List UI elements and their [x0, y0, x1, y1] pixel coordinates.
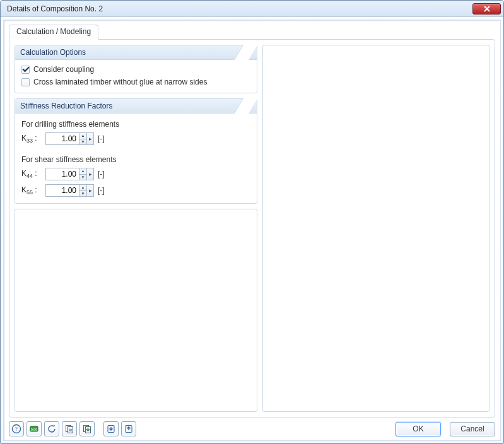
- row-k55: K55 : ▲▼ ▸ [-]: [21, 184, 250, 197]
- arrow-down-icon: ▼: [79, 139, 86, 145]
- cancel-button[interactable]: Cancel: [450, 422, 495, 436]
- arrow-up-icon: ▲: [79, 185, 86, 190]
- checkbox-icon: [21, 66, 30, 74]
- k33-spinner[interactable]: ▲▼ ▸: [45, 132, 94, 145]
- export-icon: [124, 424, 134, 434]
- import-button[interactable]: [103, 421, 119, 436]
- k55-unit: [-]: [98, 186, 109, 195]
- section-label-shear: For shear stiffness elements: [21, 155, 250, 164]
- units-button[interactable]: 0.00: [26, 421, 42, 436]
- load-defaults-button[interactable]: [79, 421, 95, 436]
- left-column: Calculation Options Consider coupling Cr…: [15, 45, 257, 412]
- button-label: Cancel: [460, 424, 484, 433]
- tab-page: Calculation Options Consider coupling Cr…: [9, 39, 495, 418]
- arrow-up-icon: ▲: [79, 168, 86, 174]
- titlebar: Details of Composition No. 2: [1, 1, 503, 17]
- close-icon: [484, 6, 490, 12]
- import-icon: [106, 424, 116, 434]
- group-body: For drilling stiffness elements K33 : ▲▼…: [15, 114, 257, 203]
- spinner-arrows[interactable]: ▲▼: [79, 168, 86, 180]
- load-defaults-icon: [82, 424, 92, 434]
- group-header: Calculation Options: [15, 45, 257, 60]
- arrow-down-icon: ▼: [79, 190, 86, 197]
- right-column: [262, 45, 489, 412]
- dialog-window: Details of Composition No. 2 Calculation…: [0, 0, 504, 444]
- spinner-slider[interactable]: ▸: [86, 168, 93, 180]
- group-header: Stiffness Reduction Factors: [15, 99, 257, 114]
- window-title: Details of Composition No. 2: [7, 4, 472, 13]
- reset-icon: [47, 424, 57, 434]
- k55-input[interactable]: [46, 185, 79, 196]
- group-calculation-options: Calculation Options Consider coupling Cr…: [15, 45, 257, 93]
- k55-label: K55 :: [21, 185, 42, 196]
- bottom-bar: ? 0.00: [9, 418, 495, 436]
- ok-button[interactable]: OK: [396, 422, 441, 436]
- k44-input[interactable]: [46, 168, 79, 180]
- copy-props-icon: [64, 424, 74, 434]
- checkbox-label: Cross laminated timber without glue at n…: [33, 78, 207, 86]
- k33-unit: [-]: [98, 134, 109, 143]
- close-button[interactable]: [472, 3, 501, 15]
- help-button[interactable]: ?: [9, 421, 24, 436]
- export-button[interactable]: [121, 421, 136, 436]
- checkbox-clt-no-glue[interactable]: Cross laminated timber without glue at n…: [21, 78, 250, 86]
- button-label: OK: [413, 424, 423, 433]
- spinner-slider[interactable]: ▸: [86, 185, 93, 196]
- svg-text:0.00: 0.00: [31, 428, 38, 431]
- tab-label: Calculation / Modeling: [16, 27, 91, 36]
- right-blank-panel: [262, 45, 489, 412]
- client-area: Calculation / Modeling Calculation Optio…: [1, 17, 503, 443]
- arrow-up-icon: ▲: [79, 133, 86, 139]
- dialog-body: Calculation / Modeling Calculation Optio…: [3, 20, 501, 441]
- row-k44: K44 : ▲▼ ▸ [-]: [21, 168, 250, 180]
- units-icon: 0.00: [29, 424, 39, 434]
- k33-input[interactable]: [46, 133, 79, 144]
- spinner-arrows[interactable]: ▲▼: [79, 185, 86, 196]
- group-body: Consider coupling Cross laminated timber…: [15, 60, 257, 93]
- tab-strip: Calculation / Modeling: [9, 25, 495, 40]
- checkbox-label: Consider coupling: [33, 65, 94, 74]
- reset-button[interactable]: [44, 421, 59, 436]
- checkbox-consider-coupling[interactable]: Consider coupling: [21, 65, 250, 74]
- group-stiffness-reduction: Stiffness Reduction Factors For drilling…: [15, 98, 257, 204]
- spinner-slider[interactable]: ▸: [86, 133, 93, 144]
- k44-label: K44 :: [21, 169, 42, 179]
- k44-unit: [-]: [98, 170, 109, 178]
- help-icon: ?: [11, 424, 21, 434]
- svg-text:?: ?: [15, 426, 18, 432]
- k55-spinner[interactable]: ▲▼ ▸: [45, 184, 94, 197]
- k44-spinner[interactable]: ▲▼ ▸: [45, 168, 94, 180]
- left-blank-panel: [15, 209, 257, 412]
- k33-label: K33 :: [21, 134, 42, 144]
- spinner-arrows[interactable]: ▲▼: [79, 133, 86, 144]
- section-label-drilling: For drilling stiffness elements: [21, 120, 250, 129]
- tab-calculation-modeling[interactable]: Calculation / Modeling: [9, 25, 98, 40]
- group-title: Stiffness Reduction Factors: [20, 102, 113, 110]
- group-title: Calculation Options: [20, 48, 86, 57]
- row-k33: K33 : ▲▼ ▸ [-]: [21, 132, 250, 145]
- checkbox-icon: [21, 78, 30, 86]
- arrow-down-icon: ▼: [79, 174, 86, 180]
- copy-props-button[interactable]: [62, 421, 77, 436]
